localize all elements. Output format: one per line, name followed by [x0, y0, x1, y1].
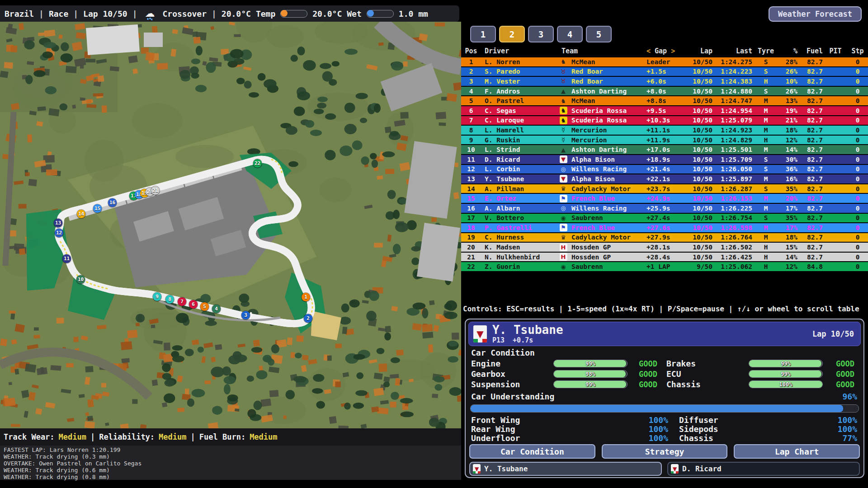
- condition-status-suspension: GOOD: [627, 380, 657, 389]
- app-root: Brazil | Race | Lap 10/50 | ☁ Crossover …: [0, 0, 868, 488]
- track-temp-value: 20.0°C: [312, 9, 342, 19]
- gap-sort-right-icon[interactable]: >: [671, 47, 675, 55]
- timing-row-p6[interactable]: 6C. Segas♞Scuderia Rossa+9.5s10/501:24.9…: [461, 106, 868, 115]
- header-gap[interactable]: < Gap >: [644, 47, 690, 55]
- cell-position: 22: [461, 263, 481, 270]
- cell-gap: +28.1s: [644, 244, 690, 251]
- timing-row-p7[interactable]: 7C. Laroque♞Scuderia Rossa+10.3s10/501:2…: [461, 116, 868, 125]
- cell-gap: +10.3s: [644, 117, 690, 124]
- cell-tyre: S: [752, 58, 779, 66]
- speed-button-4[interactable]: 4: [557, 26, 583, 42]
- timing-row-p1[interactable]: 1L. Norren♞McMeanLeader10/501:24.275S28%…: [461, 57, 868, 66]
- cell-lap: 10/50: [690, 244, 712, 251]
- timing-row-p11[interactable]: 11D. Ricard▼Alpha Bison+18.9s10/501:25.7…: [461, 155, 868, 164]
- car-marker-2[interactable]: 2: [304, 314, 312, 323]
- saubrenn-logo-icon: ◉: [560, 214, 567, 222]
- timing-row-p17[interactable]: 17V. Bottero◉Saubrenn+27.4s10/501:26.754…: [461, 214, 868, 223]
- cell-driver: A. Pillman: [481, 185, 558, 192]
- timing-row-p16[interactable]: 16A. Albarn◎Willens Racing+25.9s10/501:2…: [461, 204, 868, 213]
- cell-position: 19: [461, 234, 481, 241]
- cell-stops: 0: [848, 214, 867, 221]
- strategy-button[interactable]: Strategy: [602, 444, 728, 459]
- timing-row-p3[interactable]: 3M. Vester♉Red Boar+6.0s10/501:24.383H10…: [461, 77, 868, 86]
- speed-button-5[interactable]: 5: [586, 26, 612, 42]
- timing-row-p18[interactable]: 18P. Gastrelli⚑French Blue+27.6s10/501:2…: [461, 223, 868, 232]
- cell-team: Saubrenn: [569, 263, 644, 270]
- timing-row-p9[interactable]: 9G. Ruskin☿Mercurion+11.9s10/501:24.829H…: [461, 136, 868, 145]
- header-fuel: Fuel: [797, 47, 823, 55]
- cell-lap: 10/50: [690, 165, 712, 173]
- temp-slider[interactable]: [280, 10, 307, 18]
- timing-row-p12[interactable]: 12L. Corbin◎Willens Racing+21.4s10/501:2…: [461, 165, 868, 174]
- cell-lap: 9/50: [690, 263, 712, 270]
- car-marker-13[interactable]: 13: [54, 219, 62, 227]
- cell-last-time: 1:24.747: [712, 97, 752, 104]
- part-value-chassis: 77%: [769, 433, 857, 443]
- car-marker-22[interactable]: 22: [253, 159, 262, 168]
- gap-sort-left-icon[interactable]: <: [646, 47, 651, 55]
- header-tyre: Tyre: [752, 47, 779, 55]
- timing-row-p21[interactable]: 21N. HulkhenbirdHHossden GP+28.4s10/501:…: [461, 253, 868, 262]
- car-marker-7[interactable]: 7: [178, 297, 186, 306]
- cell-fuel: 82.7: [797, 58, 823, 66]
- timing-row-p10[interactable]: 10L. Strind▲Ashton Darting+17.0s10/501:2…: [461, 145, 868, 154]
- car-marker-16[interactable]: 16: [108, 198, 117, 207]
- car-marker-10[interactable]: 10: [76, 275, 85, 284]
- driver-detail-panel: ▼ Y. Tsubane P13+0.7s Lap 10/50 Car Cond…: [465, 319, 864, 478]
- willens-racing-logo-icon: ◎: [560, 165, 567, 173]
- car-marker-8[interactable]: 8: [165, 295, 174, 304]
- cell-gap: +9.5s: [644, 107, 690, 114]
- car-marker-4[interactable]: 4: [212, 305, 221, 313]
- timing-row-p15[interactable]: 15E. Ortez⚑French Blue+24.9s10/501:26.15…: [461, 194, 868, 203]
- car-marker-6[interactable]: 6: [189, 300, 198, 309]
- car-marker-3[interactable]: 3: [241, 311, 250, 319]
- driver-tab-d-ricard[interactable]: ▼D. Ricard: [667, 462, 860, 476]
- timing-row-p19[interactable]: 19C. Hurness♛Cadylacky Motor+27.9s10/501…: [461, 233, 868, 242]
- part-value-sidepods: 100%: [769, 424, 857, 434]
- cell-fuel: 82.7: [797, 127, 823, 134]
- lap-counter: Lap 10/50: [83, 9, 127, 19]
- cell-driver: G. Ruskin: [481, 136, 558, 144]
- cell-gap: +11.1s: [644, 127, 690, 134]
- cell-tyre: H: [752, 263, 779, 270]
- cell-tyre: M: [752, 205, 779, 212]
- cell-team: Mercurion: [569, 127, 644, 134]
- ashton-darting-logo-icon: ▲: [560, 146, 567, 154]
- driver-tab-y-tsubane[interactable]: ▼Y. Tsubane: [469, 462, 662, 476]
- cell-fuel: 82.7: [797, 253, 823, 261]
- car-marker-14[interactable]: 14: [77, 210, 85, 218]
- timing-row-p4[interactable]: 4F. Andros▲Ashton Darting+8.0s10/501:24.…: [461, 87, 868, 96]
- cell-fuel: 82.7: [797, 205, 823, 212]
- speed-button-1[interactable]: 1: [470, 26, 496, 42]
- timing-row-p22[interactable]: 22Z. Guorin◉Saubrenn+1 LAP9/501:25.062H1…: [461, 262, 868, 271]
- speed-button-3[interactable]: 3: [528, 26, 554, 42]
- cell-stops: 0: [848, 107, 867, 114]
- timing-row-p2[interactable]: 2S. Paredo♉Red Boar+1.5s10/501:24.223S26…: [461, 67, 868, 76]
- cell-team: Scuderia Rossa: [569, 107, 644, 114]
- header-pct: %: [779, 47, 797, 55]
- timing-row-p20[interactable]: 20K. MadsenHHossden GP+28.1s10/501:26.50…: [461, 243, 868, 252]
- car-marker-1[interactable]: 1: [302, 293, 310, 301]
- driver-position: P13: [492, 336, 505, 344]
- car-marker-12[interactable]: 12: [55, 229, 63, 237]
- timing-row-p14[interactable]: 14A. Pillman♛Cadylacky Motor+23.7s10/501…: [461, 184, 868, 193]
- cell-fuel: 82.7: [797, 224, 823, 231]
- car-marker-9[interactable]: 9: [153, 292, 161, 301]
- car-marker-21[interactable]: 21: [151, 186, 160, 195]
- cell-driver: Y. Tsubane: [481, 175, 558, 183]
- french-blue-logo-icon: ⚑: [560, 195, 567, 202]
- weather-forecast-button[interactable]: Weather Forecast: [769, 6, 862, 22]
- car-condition-button[interactable]: Car Condition: [469, 444, 595, 459]
- panel-button-row: Car ConditionStrategyLap Chart: [469, 444, 860, 459]
- timing-row-p13[interactable]: 13Y. Tsubane▼Alpha Bison+22.1s10/501:25.…: [461, 174, 868, 183]
- lap-chart-button[interactable]: Lap Chart: [734, 444, 860, 459]
- car-marker-15[interactable]: 15: [93, 204, 102, 213]
- cell-lap: 10/50: [690, 156, 712, 163]
- speed-button-2[interactable]: 2: [499, 26, 525, 42]
- wet-slider[interactable]: [367, 10, 394, 18]
- car-marker-5[interactable]: 5: [200, 302, 209, 311]
- car-marker-11[interactable]: 11: [62, 254, 71, 263]
- timing-row-p5[interactable]: 5O. Pastrel♞McMean+8.8s10/501:24.747M13%…: [461, 96, 868, 105]
- car-parts-grid: Front Wing100%Diffuser100%Rear Wing100%S…: [471, 415, 857, 442]
- timing-row-p8[interactable]: 8L. Hamrell☿Mercurion+11.1s10/501:24.923…: [461, 126, 868, 135]
